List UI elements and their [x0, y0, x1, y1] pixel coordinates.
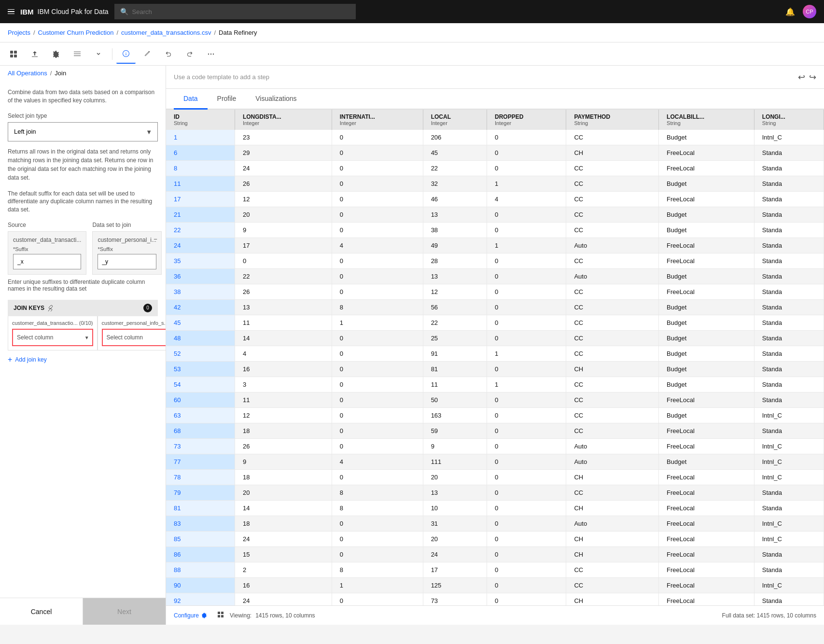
table-cell: 0 [332, 176, 423, 192]
configure-link[interactable]: Configure [174, 612, 208, 619]
list-icon[interactable] [68, 44, 87, 64]
remove-join-icon[interactable]: − [154, 236, 157, 243]
table-cell: Budget [659, 377, 754, 392]
add-join-key[interactable]: + Add join key [8, 350, 158, 369]
avatar[interactable]: CP [803, 5, 816, 18]
table-cell: Standa [754, 145, 824, 161]
dataset-label: Data set to join [92, 222, 161, 228]
settings-icon[interactable] [46, 44, 66, 64]
table-cell: Intnl_C [754, 532, 824, 547]
table-cell: 45 [166, 315, 235, 331]
edit-icon[interactable] [138, 44, 157, 64]
redo-icon[interactable] [180, 44, 199, 64]
cancel-button[interactable]: Cancel [0, 598, 83, 625]
table-cell: 8 [332, 485, 423, 501]
viewing-label: Viewing: [230, 612, 251, 619]
table-cell: 24 [235, 593, 332, 606]
table-cell: 16 [235, 578, 332, 593]
table-cell: 12 [235, 192, 332, 207]
table-cell: Standa [754, 562, 824, 578]
search-input[interactable] [132, 8, 350, 15]
table-cell: 56 [423, 300, 487, 315]
join-suffix-input[interactable] [98, 254, 156, 269]
join-cols-row: customer_data_transactio... (0/10) Selec… [8, 316, 158, 350]
table-cell: Auto [566, 439, 659, 454]
main-layout: All Operations / Join Combine data from … [0, 66, 824, 625]
table-cell: 4 [487, 192, 566, 207]
upload-icon[interactable] [25, 44, 44, 64]
chevron-down-icon[interactable] [89, 44, 108, 64]
table-cell: Budget [659, 346, 754, 362]
all-ops-link[interactable]: All Operations [8, 70, 47, 77]
table-cell: Standa [754, 253, 824, 269]
svg-rect-4 [74, 52, 81, 52]
table-cell: 0 [332, 377, 423, 392]
table-row: 60110500CCFreeLocalStanda [166, 392, 824, 408]
breadcrumb-projects[interactable]: Projects [8, 29, 30, 36]
hamburger-icon[interactable] [8, 9, 14, 14]
table-cell: 0 [332, 192, 423, 207]
table-cell: CH [566, 501, 659, 516]
undo-icon[interactable] [159, 44, 178, 64]
table-icon-status [217, 611, 224, 619]
source-name: customer_data_transacti... [13, 237, 81, 243]
table-cell: CC [566, 408, 659, 423]
join-keys-badge: 0 [143, 304, 152, 312]
table-cell: FreeLocal [659, 439, 754, 454]
more-icon[interactable] [201, 44, 221, 64]
join-type-select[interactable]: Left join Inner join Right join Full out… [8, 122, 158, 141]
table-cell: 53 [166, 362, 235, 377]
table-cell: 0 [487, 485, 566, 501]
table-cell: 0 [332, 161, 423, 176]
table-cell: 0 [332, 516, 423, 532]
table-cell: Standa [754, 547, 824, 562]
table-cell: 23 [235, 130, 332, 145]
data-table-container[interactable]: IDStringLONGDISTA...IntegerINTERNATI...I… [166, 110, 824, 605]
join-type-label: Select join type [8, 112, 158, 119]
table-cell: CC [566, 300, 659, 315]
join-right-select[interactable]: Select column [102, 329, 166, 346]
source-suffix-input[interactable] [13, 254, 81, 269]
notification-icon[interactable]: 🔔 [785, 7, 795, 16]
table-cell: 3 [235, 377, 332, 392]
join-left-select[interactable]: Select column [12, 329, 93, 346]
table-cell: CC [566, 346, 659, 362]
tab-profile[interactable]: Profile [208, 89, 246, 110]
table-cell: Auto [566, 516, 659, 532]
table-cell: 0 [332, 423, 423, 439]
table-cell: 13 [235, 300, 332, 315]
table-cell: 73 [166, 439, 235, 454]
table-cell: 63 [166, 408, 235, 423]
table-cell: Standa [754, 207, 824, 223]
info-icon[interactable] [116, 44, 136, 64]
table-cell: 85 [166, 532, 235, 547]
table-cell: 0 [487, 562, 566, 578]
rows-cols: 1415 rows, 10 columns [255, 612, 315, 619]
table-view-icon[interactable] [4, 44, 23, 64]
tab-visualizations[interactable]: Visualizations [246, 89, 306, 110]
full-data-status: Full data set: 1415 rows, 10 columns [722, 612, 816, 619]
breadcrumb-file[interactable]: customer_data_transactions.csv [121, 29, 211, 36]
source-box: customer_data_transacti... *Suffix [8, 231, 86, 275]
table-row: 5240911CCBudgetStanda [166, 346, 824, 362]
table-cell: CC [566, 176, 659, 192]
breadcrumb-project[interactable]: Customer Churn Prediction [38, 29, 114, 36]
tab-data[interactable]: Data [174, 89, 208, 110]
table-cell: 18 [235, 470, 332, 485]
table-cell: 0 [487, 578, 566, 593]
table-row: 77941110AutoBudgetIntnl_C [166, 454, 824, 470]
table-cell: CC [566, 485, 659, 501]
next-button[interactable]: Next [83, 598, 166, 625]
join-left-header: customer_data_transactio... (0/10) [12, 320, 93, 326]
table-cell: 18 [235, 516, 332, 532]
search-bar[interactable]: 🔍 [114, 4, 356, 19]
table-cell: FreeLocal [659, 593, 754, 606]
redo-code-icon[interactable]: ↪ [809, 72, 816, 83]
join-keys-section: JOIN KEYS 0 customer_data_transactio... … [8, 300, 158, 369]
table-cell: 2 [235, 562, 332, 578]
table-cell: 0 [487, 408, 566, 423]
table-cell: 15 [235, 547, 332, 562]
table-row: 83180310AutoFreeLocalIntnl_C [166, 516, 824, 532]
code-placeholder: Use a code template to add a step [174, 73, 794, 81]
undo-code-icon[interactable]: ↩ [798, 72, 805, 83]
